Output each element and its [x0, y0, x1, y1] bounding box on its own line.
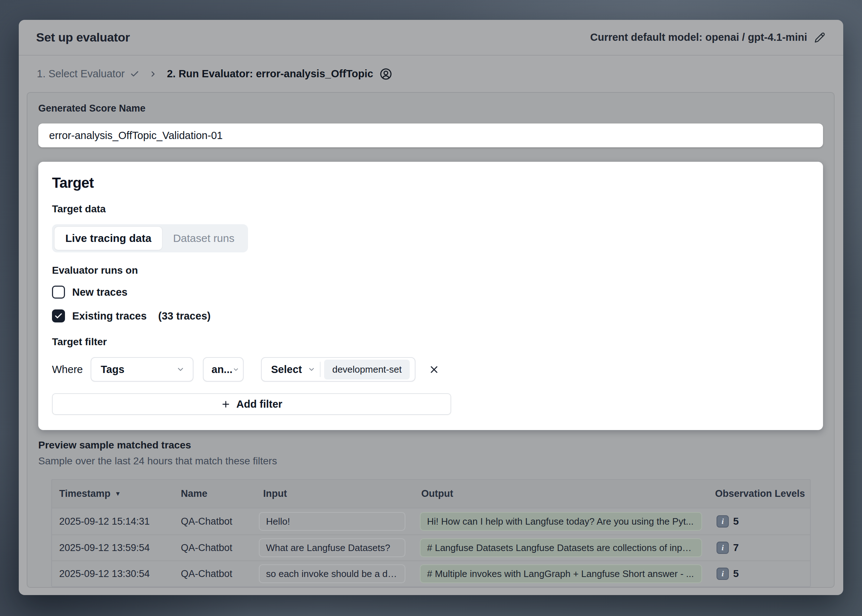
filter-value-select[interactable]: Select development-set — [261, 357, 416, 382]
chevron-down-icon — [232, 366, 239, 373]
existing-traces-checkbox[interactable] — [52, 310, 65, 322]
info-badge-icon: i — [716, 567, 729, 580]
page-title: Set up evaluator — [36, 30, 130, 44]
filter-operator-value: an... — [212, 364, 232, 376]
cell-timestamp: 2025-09-12 13:30:54 — [52, 568, 181, 580]
edit-pencil-icon[interactable] — [814, 32, 825, 43]
plus-icon — [221, 399, 231, 409]
filter-row: Where Tags an... Select — [52, 357, 807, 382]
cell-observation-levels: i 5 — [715, 515, 810, 528]
cell-name: QA-Chatbot — [181, 542, 259, 553]
column-header-name: Name — [181, 488, 259, 500]
step1-label: 1. Select Evaluator — [37, 68, 124, 80]
chevron-down-icon — [308, 365, 316, 373]
user-circle-icon — [380, 68, 392, 80]
table-header-row: Timestamp ▼ Name Input Output Observatio… — [52, 480, 810, 508]
runs-on-label: Evaluator runs on — [52, 265, 807, 276]
existing-traces-label: Existing traces — [72, 310, 146, 322]
cell-observation-levels: i 5 — [715, 567, 810, 580]
tab-dataset-runs[interactable]: Dataset runs — [162, 227, 245, 250]
select-divider — [320, 362, 320, 377]
column-header-timestamp[interactable]: Timestamp ▼ — [52, 488, 181, 500]
cell-input: so each invoke should be a diff... — [259, 564, 405, 583]
target-filter-label: Target filter — [52, 336, 807, 348]
cell-name: QA-Chatbot — [181, 568, 259, 580]
score-name-input[interactable]: error-analysis_OffTopic_Validation-01 — [38, 124, 823, 147]
dialog-header: Set up evaluator Current default model: … — [19, 20, 843, 56]
column-header-observation-levels: Observation Levels — [715, 488, 810, 500]
existing-traces-count: (33 traces) — [158, 310, 210, 322]
add-filter-button[interactable]: Add filter — [52, 393, 451, 415]
default-model-label: Current default model: openai / gpt-4.1-… — [590, 31, 807, 43]
cell-timestamp: 2025-09-12 15:14:31 — [52, 516, 181, 527]
new-traces-checkbox[interactable] — [52, 286, 65, 299]
cell-observation-levels: i 7 — [715, 542, 810, 554]
cell-output: Hi! How can I help with Langfuse today? … — [420, 512, 702, 531]
target-data-tabs: Live tracing data Dataset runs — [52, 224, 248, 252]
remove-filter-button[interactable] — [426, 362, 442, 377]
step-run-evaluator[interactable]: 2. Run Evaluator: error-analysis_OffTopi… — [167, 68, 392, 80]
add-filter-label: Add filter — [236, 398, 282, 410]
checkbox-row-existing-traces: Existing traces (33 traces) — [52, 308, 807, 324]
filter-value-chip[interactable]: development-set — [324, 360, 409, 379]
step-select-evaluator[interactable]: 1. Select Evaluator — [37, 68, 139, 80]
target-heading: Target — [52, 175, 807, 191]
tab-live-tracing-data[interactable]: Live tracing data — [55, 227, 162, 250]
setup-evaluator-dialog: Set up evaluator Current default model: … — [19, 20, 843, 595]
info-badge-icon: i — [716, 542, 729, 554]
cell-input: What are Langfuse Datasets? — [259, 538, 405, 557]
filter-where-label: Where — [52, 364, 91, 376]
column-header-input: Input — [259, 488, 420, 500]
checkbox-row-new-traces: New traces — [52, 284, 807, 300]
preview-traces-table: Timestamp ▼ Name Input Output Observatio… — [51, 479, 811, 587]
target-data-label: Target data — [52, 203, 807, 215]
cell-output: # Multiple invokes with LangGraph + Lang… — [420, 564, 702, 583]
preview-subtitle: Sample over the last 24 hours that match… — [38, 455, 823, 467]
cell-output: # Langfuse Datasets Langfuse Datasets ar… — [420, 538, 702, 557]
breadcrumb: 1. Select Evaluator 2. Run Evaluator: er… — [19, 56, 843, 92]
check-icon — [130, 69, 139, 79]
target-card: Target Target data Live tracing data Dat… — [38, 162, 823, 430]
table-row: 2025-09-12 13:59:54 QA-Chatbot What are … — [52, 534, 810, 560]
timestamp-header-label: Timestamp — [59, 488, 110, 500]
levels-count: 7 — [733, 542, 739, 553]
levels-count: 5 — [733, 568, 739, 580]
info-badge-icon: i — [716, 515, 729, 528]
levels-count: 5 — [733, 515, 739, 527]
preview-title: Preview sample matched traces — [38, 440, 823, 451]
cell-name: QA-Chatbot — [181, 516, 259, 527]
score-name-label: Generated Score Name — [38, 103, 823, 114]
sort-desc-icon: ▼ — [115, 490, 121, 498]
chevron-right-icon — [149, 70, 157, 79]
table-row: 2025-09-12 15:14:31 QA-Chatbot Hello! Hi… — [52, 508, 810, 534]
filter-operator-select[interactable]: an... — [203, 357, 243, 382]
step2-label: 2. Run Evaluator: error-analysis_OffTopi… — [167, 68, 373, 80]
filter-value-label: Select — [271, 364, 302, 376]
filter-column-select[interactable]: Tags — [91, 357, 193, 382]
chevron-down-icon — [176, 365, 185, 374]
column-header-output: Output — [420, 488, 715, 500]
run-evaluator-panel: Generated Score Name error-analysis_OffT… — [27, 92, 835, 588]
table-row: 2025-09-12 13:30:54 QA-Chatbot so each i… — [52, 560, 810, 586]
cell-timestamp: 2025-09-12 13:59:54 — [52, 542, 181, 553]
cell-input: Hello! — [259, 512, 405, 531]
filter-column-value: Tags — [101, 364, 124, 376]
new-traces-label: New traces — [72, 286, 127, 298]
